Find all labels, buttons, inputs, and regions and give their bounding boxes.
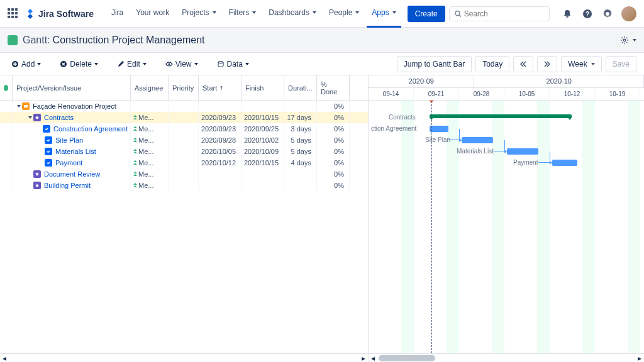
task-bar[interactable] xyxy=(430,126,448,132)
issue-link[interactable]: Construction Agreement xyxy=(53,125,128,133)
duration-header[interactable]: Durati... xyxy=(284,75,317,100)
nav-item-your-work[interactable]: Your work xyxy=(131,0,174,28)
duration-cell[interactable]: 5 days xyxy=(284,134,317,146)
summary-bar[interactable] xyxy=(430,114,572,118)
issue-name-cell[interactable]: Document Review xyxy=(13,168,131,180)
finish-cell[interactable]: 2020/10/02 xyxy=(242,134,284,146)
jump-to-bar-button[interactable]: Jump to Gantt Bar xyxy=(397,56,472,72)
issue-name-cell[interactable]: Materials List xyxy=(13,146,131,157)
priority-cell[interactable] xyxy=(169,146,199,157)
priority-cell[interactable] xyxy=(169,168,199,180)
priority-cell[interactable] xyxy=(169,101,199,112)
nav-item-filters[interactable]: Filters xyxy=(224,0,262,28)
page-settings-button[interactable] xyxy=(620,36,636,45)
start-cell[interactable]: 2020/09/23 xyxy=(199,123,242,134)
scroll-right-icon[interactable]: ▸ xyxy=(359,354,368,362)
issue-link[interactable]: Materials List xyxy=(55,148,96,155)
assignee-cell[interactable]: Me... xyxy=(131,134,169,146)
finish-cell[interactable] xyxy=(242,101,284,112)
start-cell[interactable]: 2020/09/28 xyxy=(199,134,242,146)
settings-icon[interactable] xyxy=(600,6,615,21)
assignee-cell[interactable]: Me... xyxy=(131,168,169,180)
finish-cell[interactable] xyxy=(242,168,284,180)
task-bar[interactable] xyxy=(552,160,577,166)
issue-name-cell[interactable]: Site Plan xyxy=(13,134,131,146)
table-row[interactable]: ContractsMe...2020/09/232020/10/1517 day… xyxy=(0,112,368,123)
finish-cell[interactable]: 2020/10/15 xyxy=(242,112,284,123)
nav-item-dashboards[interactable]: Dashboards xyxy=(264,0,321,28)
scroll-right-button[interactable] xyxy=(537,56,557,72)
finish-cell[interactable]: 2020/09/25 xyxy=(242,123,284,134)
duration-cell[interactable] xyxy=(284,180,317,191)
scale-select[interactable]: Week xyxy=(561,56,601,72)
done-cell[interactable]: 0% xyxy=(317,180,350,191)
scroll-right-icon[interactable]: ▸ xyxy=(635,354,644,362)
assignee-cell[interactable]: Me... xyxy=(131,157,169,168)
edit-button[interactable]: Edit xyxy=(113,57,150,71)
start-cell[interactable] xyxy=(199,168,242,180)
issue-link[interactable]: Payment xyxy=(55,159,82,167)
finish-header[interactable]: Finish xyxy=(242,75,284,100)
name-header[interactable]: Project/Version/Issue xyxy=(13,75,131,100)
jira-logo[interactable]: Jira Software xyxy=(25,9,94,19)
priority-cell[interactable] xyxy=(169,134,199,146)
issue-name-cell[interactable]: Building Permit xyxy=(13,180,131,191)
start-header[interactable]: Start xyxy=(199,75,242,100)
task-bar[interactable] xyxy=(507,148,538,155)
data-button[interactable]: Data xyxy=(213,57,253,71)
search-box[interactable] xyxy=(449,6,550,21)
nav-item-projects[interactable]: Projects xyxy=(177,0,221,28)
issue-name-cell[interactable]: Construction Agreement xyxy=(13,123,131,134)
assignee-cell[interactable]: Me... xyxy=(131,123,169,134)
duration-cell[interactable] xyxy=(284,168,317,180)
done-cell[interactable]: 0% xyxy=(317,168,350,180)
done-cell[interactable]: 0% xyxy=(317,134,350,146)
app-switcher-icon[interactable] xyxy=(8,8,19,19)
table-row[interactable]: Façade Renovation Project0% xyxy=(0,101,368,112)
start-cell[interactable] xyxy=(199,180,242,191)
done-cell[interactable]: 0% xyxy=(317,101,350,112)
add-button[interactable]: Add xyxy=(8,57,45,71)
status-header[interactable] xyxy=(0,75,13,100)
start-cell[interactable]: 2020/10/05 xyxy=(199,146,242,157)
scroll-left-icon[interactable]: ◂ xyxy=(0,354,9,362)
duration-cell[interactable]: 5 days xyxy=(284,146,317,157)
search-input[interactable] xyxy=(464,9,544,18)
duration-cell[interactable]: 3 days xyxy=(284,123,317,134)
notifications-icon[interactable] xyxy=(560,6,575,21)
done-header[interactable]: % Done xyxy=(317,75,350,100)
grid-hscroll[interactable]: ◂ ▸ xyxy=(0,353,368,362)
expand-caret-icon[interactable] xyxy=(28,116,32,119)
scroll-thumb[interactable] xyxy=(379,355,435,361)
issue-name-cell[interactable]: Contracts xyxy=(13,112,131,123)
issue-link[interactable]: Contracts xyxy=(44,114,74,121)
issue-link[interactable]: Site Plan xyxy=(55,136,83,144)
save-button[interactable]: Save xyxy=(606,56,636,72)
table-row[interactable]: Materials ListMe...2020/10/052020/10/095… xyxy=(0,146,368,157)
assignee-cell[interactable]: Me... xyxy=(131,146,169,157)
table-row[interactable]: Document ReviewMe...0% xyxy=(0,168,368,180)
expand-caret-icon[interactable] xyxy=(17,105,21,107)
issue-link[interactable]: Façade Renovation Project xyxy=(33,102,116,110)
priority-cell[interactable] xyxy=(169,157,199,168)
gantt-hscroll[interactable]: ◂ ▸ xyxy=(369,353,644,362)
issue-name-cell[interactable]: Façade Renovation Project xyxy=(13,101,131,112)
table-row[interactable]: Construction AgreementMe...2020/09/23202… xyxy=(0,123,368,134)
start-cell[interactable] xyxy=(199,101,242,112)
nav-item-people[interactable]: People xyxy=(324,0,364,28)
finish-cell[interactable] xyxy=(242,180,284,191)
assignee-header[interactable]: Assignee xyxy=(131,75,169,100)
done-cell[interactable]: 0% xyxy=(317,123,350,134)
priority-cell[interactable] xyxy=(169,123,199,134)
assignee-cell[interactable] xyxy=(131,101,169,112)
start-cell[interactable]: 2020/10/12 xyxy=(199,157,242,168)
priority-cell[interactable] xyxy=(169,112,199,123)
table-row[interactable]: PaymentMe...2020/10/122020/10/154 days0% xyxy=(0,157,368,168)
done-cell[interactable]: 0% xyxy=(317,157,350,168)
issue-link[interactable]: Building Permit xyxy=(44,182,91,189)
start-cell[interactable]: 2020/09/23 xyxy=(199,112,242,123)
duration-cell[interactable]: 17 days xyxy=(284,112,317,123)
delete-button[interactable]: Delete xyxy=(56,57,102,71)
assignee-cell[interactable]: Me... xyxy=(131,180,169,191)
view-button[interactable]: View xyxy=(162,57,202,71)
